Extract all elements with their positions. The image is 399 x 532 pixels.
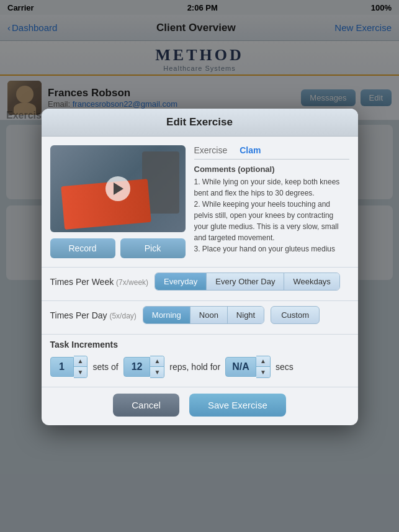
modal-overlay: Edit Exercise Record Pick [0,0,399,532]
reps-stepper: 12 ▲ ▼ [123,356,165,378]
times-per-week-row: Times Per Week (7x/week) Everyday Every … [50,273,349,291]
sets-value: 1 [50,357,74,377]
sets-up-button[interactable]: ▲ [74,356,87,367]
sets-word: sets of [92,362,118,372]
times-per-day-row: Times Per Day (5x/day) Morning Noon Nigh… [50,306,349,324]
edit-exercise-modal: Edit Exercise Record Pick [42,109,358,425]
cancel-button[interactable]: Cancel [113,394,179,417]
task-increments-section: Task Increments 1 ▲ ▼ sets of 12 ▲ ▼ [42,334,358,387]
tab-exercise[interactable]: Exercise [194,145,228,155]
tab-clam[interactable]: Clam [240,145,261,155]
play-button[interactable] [105,176,130,201]
hold-down-button[interactable]: ▼ [256,367,270,377]
pick-button[interactable]: Pick [120,238,186,258]
exercise-info: Exercise Clam Comments (optional) 1. Whi… [194,145,349,258]
hold-up-button[interactable]: ▲ [256,356,270,367]
sets-stepper: 1 ▲ ▼ [50,356,88,378]
everyday-button[interactable]: Everyday [155,273,207,290]
save-exercise-button[interactable]: Save Exercise [189,394,286,417]
exercise-tabs: Exercise Clam [194,145,349,160]
video-buttons: Record Pick [50,238,186,258]
play-icon [114,183,123,195]
noon-button[interactable]: Noon [191,307,228,323]
times-per-day-section: Times Per Day (5x/day) Morning Noon Nigh… [42,300,358,334]
times-per-week-label: Times Per Week (7x/week) [50,277,149,287]
times-per-day-label: Times Per Day (5x/day) [50,310,137,320]
reps-value: 12 [123,357,151,377]
reps-down-button[interactable]: ▼ [150,367,164,377]
task-increments-title: Task Increments [50,340,349,349]
weekdays-button[interactable]: Weekdays [284,273,339,290]
times-per-week-control: Everyday Every Other Day Weekdays [155,273,340,291]
hold-arrows: ▲ ▼ [256,356,271,378]
sets-arrows: ▲ ▼ [74,356,88,378]
video-section: Record Pick [50,145,186,258]
record-button[interactable]: Record [50,238,115,258]
modal-footer: Cancel Save Exercise [42,387,358,425]
reps-word: reps, hold for [169,362,220,372]
every-other-day-button[interactable]: Every Other Day [207,273,284,290]
times-per-day-controls: Morning Noon Night Custom [143,306,320,324]
times-per-day-seg: Morning Noon Night [143,306,264,324]
hold-value: N/A [225,357,256,377]
reps-arrows: ▲ ▼ [150,356,164,378]
morning-button[interactable]: Morning [143,307,191,323]
comments-text: 1. While lying on your side, keep both k… [194,176,349,257]
modal-title: Edit Exercise [166,116,233,128]
modal-header: Edit Exercise [42,109,358,137]
sets-down-button[interactable]: ▼ [74,367,87,377]
secs-word: secs [276,362,294,372]
hold-stepper: N/A ▲ ▼ [225,356,271,378]
task-row: 1 ▲ ▼ sets of 12 ▲ ▼ reps, hold for [50,356,349,378]
reps-up-button[interactable]: ▲ [150,356,164,367]
comments-label: Comments (optional) [194,165,349,174]
custom-button[interactable]: Custom [271,306,320,324]
night-button[interactable]: Night [228,307,264,323]
video-thumbnail[interactable] [50,145,186,232]
times-per-week-section: Times Per Week (7x/week) Everyday Every … [42,267,358,300]
modal-body: Record Pick Exercise Clam Comments (opti… [42,137,358,267]
